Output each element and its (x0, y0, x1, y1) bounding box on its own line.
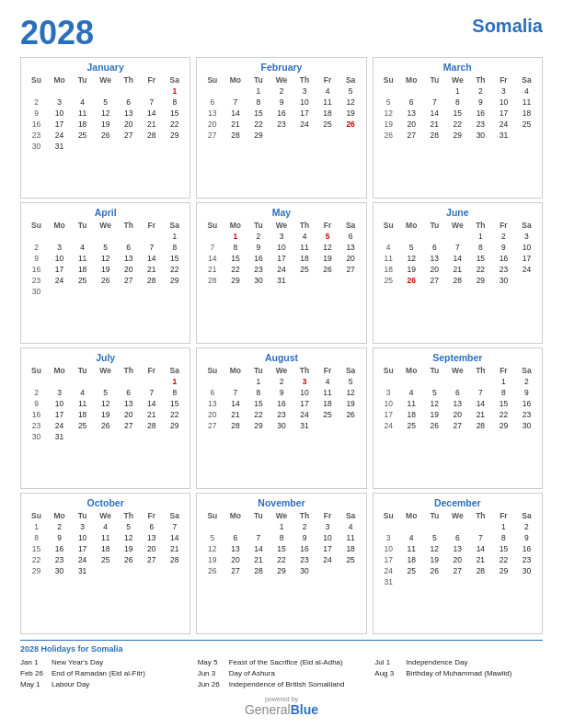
cal-day: 22 (247, 119, 270, 130)
cal-day: 4 (293, 231, 316, 242)
cal-day: 30 (293, 565, 316, 576)
cal-day: 28 (140, 130, 163, 141)
cal-day: 29 (247, 420, 270, 431)
cal-day: 6 (201, 387, 224, 398)
cal-day: 31 (377, 576, 400, 587)
cal-day: 8 (446, 97, 469, 108)
cal-day: 13 (400, 108, 423, 119)
cal-day (270, 130, 293, 141)
day-header-tu: Tu (247, 365, 270, 376)
cal-day: 6 (140, 521, 163, 532)
day-header-mo: Mo (400, 74, 423, 85)
cal-day (94, 85, 117, 97)
cal-day: 13 (339, 242, 362, 253)
cal-day (316, 420, 339, 431)
cal-day (423, 521, 446, 532)
cal-day: 21 (163, 543, 186, 554)
cal-day: 17 (48, 409, 71, 420)
cal-day: 7 (423, 97, 446, 108)
cal-day: 15 (224, 253, 247, 264)
cal-day: 16 (270, 108, 293, 119)
cal-day: 25 (316, 119, 339, 130)
cal-day: 6 (339, 231, 362, 242)
cal-day: 30 (48, 565, 71, 576)
cal-table: SuMoTuWeThFrSa12345678910111213141516171… (377, 365, 538, 431)
day-header-th: Th (117, 74, 140, 85)
cal-day: 23 (25, 275, 48, 286)
cal-day: 23 (25, 130, 48, 141)
cal-day: 30 (469, 130, 492, 141)
cal-day: 15 (163, 398, 186, 409)
cal-day: 20 (446, 409, 469, 420)
cal-day: 28 (423, 130, 446, 141)
cal-day: 12 (117, 532, 140, 543)
cal-day: 14 (469, 543, 492, 554)
powered-by-label: powered by (265, 696, 298, 702)
day-header-sa: Sa (515, 74, 538, 85)
cal-day: 9 (515, 532, 538, 543)
day-header-th: Th (117, 510, 140, 521)
cal-day: 28 (140, 420, 163, 431)
cal-day: 10 (270, 242, 293, 253)
day-header-fr: Fr (316, 365, 339, 376)
cal-day (423, 231, 446, 242)
cal-day: 13 (117, 253, 140, 264)
cal-day: 19 (400, 264, 423, 275)
cal-day: 28 (224, 420, 247, 431)
cal-day: 19 (94, 409, 117, 420)
cal-day (94, 376, 117, 387)
cal-day: 18 (71, 119, 94, 130)
month-block-august: AugustSuMoTuWeThFrSa12345678910111213141… (196, 347, 366, 489)
day-header-we: We (270, 220, 293, 231)
cal-day: 24 (377, 420, 400, 431)
cal-day: 24 (293, 409, 316, 420)
cal-day: 1 (492, 521, 515, 532)
cal-day (71, 431, 94, 442)
cal-day: 29 (247, 130, 270, 141)
cal-day: 19 (117, 543, 140, 554)
cal-day: 12 (94, 108, 117, 119)
cal-day (71, 376, 94, 387)
cal-day: 12 (316, 242, 339, 253)
cal-day (224, 376, 247, 387)
day-header-mo: Mo (400, 220, 423, 231)
day-header-su: Su (201, 74, 224, 85)
cal-day: 11 (316, 387, 339, 398)
cal-day: 12 (339, 387, 362, 398)
cal-day: 4 (316, 85, 339, 97)
cal-day: 20 (117, 119, 140, 130)
cal-day: 17 (270, 253, 293, 264)
cal-day (201, 376, 224, 387)
cal-day: 21 (247, 554, 270, 565)
cal-day: 13 (446, 543, 469, 554)
cal-day: 17 (293, 108, 316, 119)
cal-day: 26 (400, 275, 423, 286)
cal-day (71, 141, 94, 152)
cal-day (94, 141, 117, 152)
day-header-we: We (446, 510, 469, 521)
cal-day: 19 (339, 398, 362, 409)
holiday-date: May 1 (20, 679, 48, 690)
day-header-th: Th (469, 220, 492, 231)
cal-day: 20 (423, 264, 446, 275)
cal-day: 11 (293, 242, 316, 253)
holiday-name: Independence Day (406, 657, 467, 668)
cal-table: SuMoTuWeThFrSa12345678910111213141516171… (25, 365, 186, 442)
cal-day (316, 565, 339, 576)
cal-day: 31 (48, 141, 71, 152)
header: 2028 Somalia (20, 17, 543, 50)
cal-day: 3 (48, 387, 71, 398)
cal-day: 1 (247, 376, 270, 387)
day-header-mo: Mo (224, 510, 247, 521)
cal-day (224, 521, 247, 532)
cal-day: 6 (400, 97, 423, 108)
day-header-th: Th (293, 220, 316, 231)
day-header-sa: Sa (339, 365, 362, 376)
cal-day: 8 (469, 242, 492, 253)
year-title: 2028 (20, 17, 94, 50)
cal-day: 24 (270, 264, 293, 275)
day-header-mo: Mo (224, 220, 247, 231)
cal-day: 17 (515, 253, 538, 264)
cal-day: 19 (423, 409, 446, 420)
cal-day (163, 286, 186, 297)
